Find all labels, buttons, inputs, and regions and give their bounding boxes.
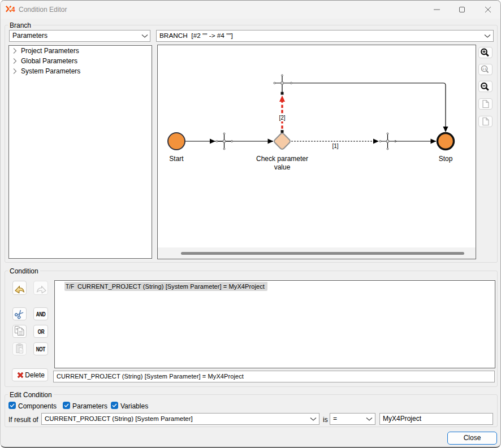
svg-text:value: value [274,163,291,171]
svg-text:[2]: [2] [279,115,285,121]
svg-text:1:1: 1:1 [482,67,487,71]
svg-text:4: 4 [11,6,15,12]
svg-text:Check parameter: Check parameter [256,155,308,163]
svg-text:Stop: Stop [439,155,453,163]
svg-text:[1]: [1] [332,143,338,149]
svg-text:Start: Start [169,155,184,163]
